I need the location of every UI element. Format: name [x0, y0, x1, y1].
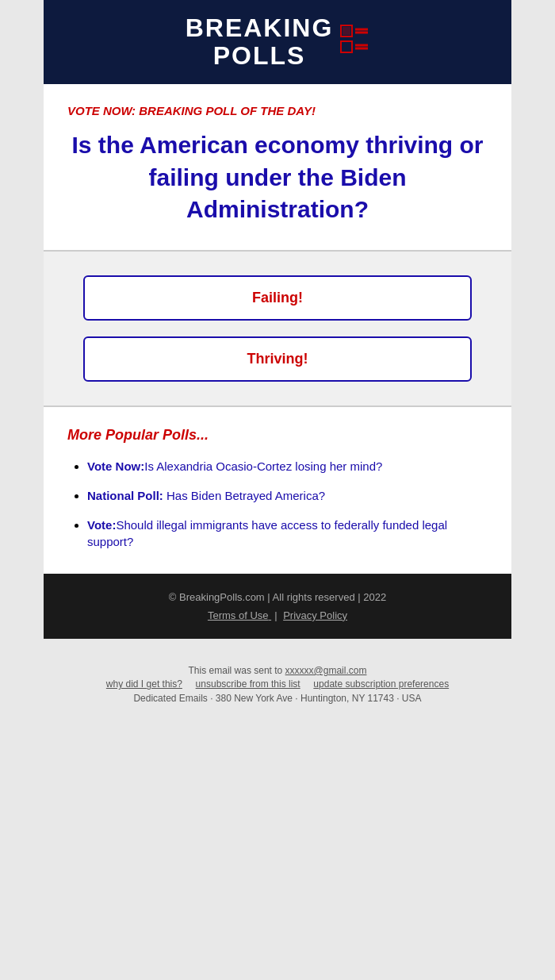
poll-item-2-text: Has Biden Betrayed America? — [163, 489, 325, 502]
email-address-link[interactable]: xxxxxx@gmail.com — [285, 665, 367, 676]
outer-wrapper: BREAKING POLLS — [0, 0, 555, 720]
email-sent-prefix: This email was sent to — [189, 665, 285, 676]
poll-question-link[interactable]: Is the American economy thriving or fail… — [71, 132, 483, 222]
brand-title-line2: POLLS — [186, 42, 334, 70]
vote-now-label: VOTE NOW: BREAKING POLL OF THE DAY! — [67, 104, 488, 117]
more-polls-section: More Popular Polls... Vote Now:Is Alexan… — [44, 407, 511, 574]
thriving-button[interactable]: Thriving! — [83, 336, 472, 382]
terms-of-use-link[interactable]: Terms of Use — [208, 609, 271, 621]
poll-item-1-text: Is Alexandria Ocasio-Cortez losing her m… — [144, 459, 382, 473]
poll-item-3-link[interactable]: Vote:Should illegal immigrants have acce… — [87, 518, 447, 548]
more-polls-list: Vote Now:Is Alexandria Ocasio-Cortez los… — [67, 458, 488, 550]
email-sent-to-text: This email was sent to xxxxxx@gmail.com — [16, 663, 539, 678]
footer-links: Terms of Use | Privacy Policy — [59, 609, 496, 621]
footer: © BreakingPolls.com | All rights reserve… — [44, 574, 511, 639]
list-item: Vote Now:Is Alexandria Ocasio-Cortez los… — [87, 458, 488, 475]
poll-item-2-link[interactable]: National Poll: Has Biden Betrayed Americ… — [87, 489, 325, 502]
poll-item-1-link[interactable]: Vote Now:Is Alexandria Ocasio-Cortez los… — [87, 459, 382, 473]
vote-now-prefix: VOTE NOW: — [67, 104, 139, 117]
email-address-text: xxxxxx@gmail.com — [285, 665, 367, 676]
email-container: BREAKING POLLS — [44, 0, 511, 639]
poll-item-3-label: Vote: — [87, 518, 116, 532]
brand-name: BREAKING POLLS — [186, 14, 334, 70]
brand-line1-text: BREAKING — [186, 13, 334, 42]
email-footer-links: why did I get this? unsubscribe from thi… — [16, 678, 539, 690]
failing-button[interactable]: Failing! — [83, 275, 472, 321]
brand-title-line1: BREAKING — [186, 14, 334, 42]
footer-copyright: © BreakingPolls.com | All rights reserve… — [59, 591, 496, 603]
more-polls-heading: More Popular Polls... — [67, 427, 488, 444]
email-footer: This email was sent to xxxxxx@gmail.com … — [0, 639, 555, 720]
svg-rect-6 — [343, 27, 350, 35]
ballot-icon — [339, 24, 369, 60]
vote-now-emphasis: BREAKING POLL OF THE DAY! — [139, 104, 316, 117]
brand-line2-text: POLLS — [213, 41, 306, 70]
update-subscription-link[interactable]: update subscription preferences — [313, 678, 449, 690]
footer-pipe: | — [274, 609, 277, 621]
email-footer-address: Dedicated Emails · 380 New York Ave · Hu… — [16, 693, 539, 704]
poll-question: Is the American economy thriving or fail… — [67, 129, 488, 226]
unsubscribe-link[interactable]: unsubscribe from this list — [196, 678, 300, 690]
poll-section: VOTE NOW: BREAKING POLL OF THE DAY! Is t… — [44, 84, 511, 252]
poll-item-1-label: Vote Now: — [87, 459, 144, 473]
privacy-policy-link[interactable]: Privacy Policy — [283, 609, 347, 621]
poll-item-3-text: Should illegal immigrants have access to… — [87, 518, 447, 548]
header: BREAKING POLLS — [44, 0, 511, 84]
why-did-i-get-this-link[interactable]: why did I get this? — [106, 678, 182, 690]
svg-rect-1 — [341, 41, 352, 52]
poll-item-2-label: National Poll: — [87, 489, 163, 502]
list-item: National Poll: Has Biden Betrayed Americ… — [87, 487, 488, 504]
list-item: Vote:Should illegal immigrants have acce… — [87, 517, 488, 550]
buttons-section: Failing! Thriving! — [44, 252, 511, 407]
